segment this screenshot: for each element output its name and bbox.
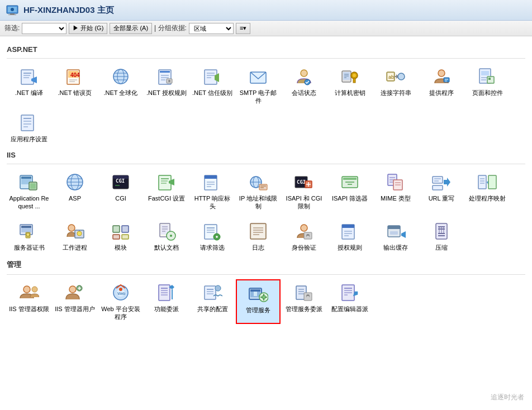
session-state-label: 会话状态 [292,89,316,97]
dotnet-auth-icon [156,66,177,87]
dotnet-global-icon [111,66,131,87]
svg-marker-165 [401,231,406,238]
item-request-filter[interactable]: 请求筛选 [190,218,235,255]
item-dotnet-error[interactable]: 404 .NET 错误页 [53,63,97,108]
svg-rect-156 [307,236,309,239]
item-handler-mapping[interactable]: 处理程序映射 [465,169,510,214]
item-default-doc[interactable]: 默认文档 [144,218,189,255]
item-url-rewrite[interactable]: URL 重写 [419,169,464,214]
section-header-aspnet: ASP.NET [7,45,525,55]
svg-rect-130 [122,226,129,232]
show-all-button[interactable]: 全部显示 (A) [110,23,152,34]
item-fastcgi[interactable]: FastCGI 设置 [144,169,189,214]
iis-icon-grid: Application Request ... ASP [7,169,525,214]
connection-string-label: 连接字符串 [381,89,411,97]
item-isapi-filter[interactable]: ISAPI 筛选器 [327,169,372,214]
svg-text:ab: ab [388,74,394,80]
item-connection-string[interactable]: ab 连接字符串 [373,63,418,108]
svg-text:Web: Web [117,292,125,295]
item-iis-mgr-user[interactable]: IIS 管理器用户 [53,279,97,325]
item-dotnet-global[interactable]: .NET 全球化 [98,63,143,108]
item-authentication[interactable]: 身份验证 [282,218,326,255]
item-ip-domain[interactable]: IP 地址和域限制 [236,169,281,214]
svg-text:CGI: CGI [116,178,125,184]
item-dotnet-auth[interactable]: .NET 授权规则 [144,63,189,108]
item-app-request[interactable]: Application Request ... [7,169,51,214]
svg-rect-198 [250,289,260,292]
item-manage-service-delegate[interactable]: 管理服务委派 [282,279,326,325]
svg-rect-2 [10,13,15,15]
svg-rect-3 [8,15,16,15]
config-editor-icon [340,283,360,303]
svg-point-174 [23,286,30,293]
item-app-settings[interactable]: 应用程序设置 [7,109,51,146]
section-header-manage: 管理 [7,260,525,271]
section-divider-aspnet [7,58,525,59]
item-pages-controls[interactable]: 页面和控件 [465,63,510,108]
authentication-icon [294,221,314,241]
dotnet-global-label: .NET 全球化 [104,89,138,97]
item-iis-mgr-perm[interactable]: IIS 管理器权限 [7,279,51,325]
isapi-cgi-label: ISAPI 和 CGI 限制 [284,194,324,211]
svg-point-49 [398,73,405,80]
iis-mgr-perm-icon [19,283,39,303]
item-logging[interactable]: 日志 [236,218,281,255]
default-doc-label: 默认文档 [154,244,179,251]
app-request-label: Application Request ... [9,194,49,211]
svg-rect-132 [122,235,129,239]
filter-dropdown[interactable] [22,23,66,34]
output-cache-icon [386,221,406,241]
shared-config-icon [202,283,222,303]
main-window: HF-XINZHANJD03 主页 筛选: ▶ 开始 (G) 全部显示 (A) … [0,0,532,410]
svg-point-176 [69,286,76,293]
feature-delegate-label: 功能委派 [154,305,179,313]
modules-icon [111,221,131,241]
manage-service-label: 管理服务 [246,306,270,314]
manage-service-delegate-icon [294,283,314,303]
svg-rect-212 [307,296,309,299]
pages-controls-icon [477,66,497,87]
item-mime-types[interactable]: MIME 类型 [373,169,418,214]
isapi-filter-icon [340,172,360,192]
item-session-state[interactable]: 会话状态 [282,63,326,108]
item-shared-config[interactable]: 共享的配置 [190,279,235,325]
item-config-editor[interactable]: 配置编辑器派 [327,279,372,325]
item-auth-rules[interactable]: 授权规则 [327,218,372,255]
item-web-platform[interactable]: Web Web 平台安装程序 [98,279,143,325]
svg-point-182 [119,288,122,291]
group-by-dropdown[interactable]: 区域 [189,23,234,34]
server-cert-icon [19,221,39,241]
item-modules[interactable]: 模块 [98,218,143,255]
item-cgi[interactable]: CGI CGI [98,169,143,214]
item-smtp-email[interactable]: SMTP 电子邮件 [236,63,281,108]
item-asp[interactable]: ASP [53,169,97,214]
start-button[interactable]: ▶ 开始 (G) [69,23,107,34]
item-worker-process[interactable]: 工作进程 [53,218,97,255]
view-button[interactable]: ≡▾ [236,23,250,34]
section-header-iis: IIS [7,151,525,160]
config-editor-label: 配置编辑器派 [331,305,368,313]
svg-rect-148 [251,225,265,238]
item-output-cache[interactable]: 输出缓存 [373,218,418,255]
smtp-email-icon [248,66,268,87]
smtp-email-label: SMTP 电子邮件 [238,89,278,105]
item-http-headers[interactable]: HTTP 响应标头 [190,169,235,214]
svg-rect-111 [433,177,443,183]
item-dotnet-compile[interactable]: .NET 编译 [7,63,51,108]
authentication-label: 身份验证 [292,244,316,251]
connection-string-icon: ab [386,66,406,87]
item-feature-delegate[interactable]: 功能委派 [144,279,189,325]
compression-icon [431,221,452,241]
svg-point-4 [11,8,14,11]
manage-service-icon [248,284,268,304]
svg-point-125 [68,225,75,231]
item-compression[interactable]: 压缩 [419,218,464,255]
item-isapi-cgi[interactable]: CGI ISAPI 和 CGI 限制 [282,169,326,214]
item-manage-service[interactable]: 管理服务 [236,279,281,325]
item-machine-key[interactable]: 计算机密钥 [327,63,372,108]
item-dotnet-trust[interactable]: .NET 信任级别 [190,63,235,108]
filter-label: 筛选: [4,23,20,33]
http-headers-label: HTTP 响应标头 [192,194,232,211]
item-server-cert[interactable]: 服务器证书 [7,218,51,255]
item-provider[interactable]: 提供程序 [419,63,464,108]
